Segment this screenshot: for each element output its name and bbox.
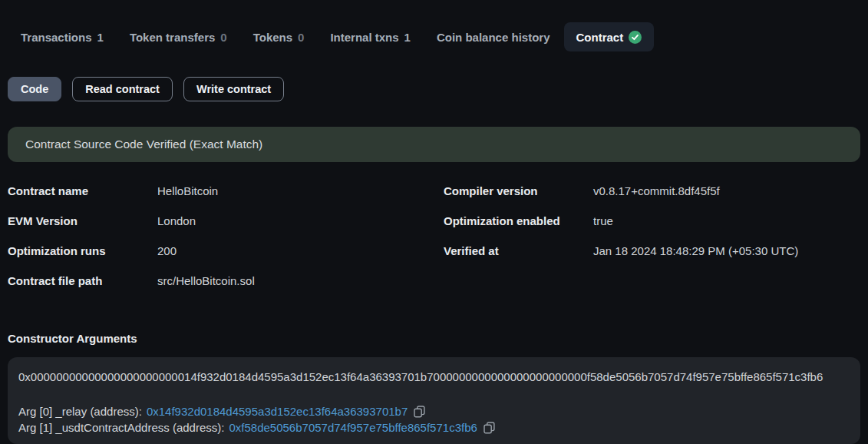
raw-constructor-args: 0x00000000000000000000000014f932d0184d45… bbox=[18, 370, 850, 384]
info-row-contract-name: Contract name HelloBitcoin bbox=[8, 184, 444, 199]
contract-info-grid: Contract name HelloBitcoin EVM Version L… bbox=[8, 184, 860, 303]
code-button[interactable]: Code bbox=[8, 77, 61, 101]
info-row-contract-file-path: Contract file path src/HelloBitcoin.sol bbox=[8, 273, 444, 289]
constructor-arg-row: Arg [0] _relay (address): 0x14f932d0184d… bbox=[18, 405, 850, 418]
tab-tokens[interactable]: Tokens 0 bbox=[241, 22, 317, 51]
info-row-evm-version: EVM Version London bbox=[8, 214, 444, 229]
info-row-optimization-runs: Optimization runs 200 bbox=[8, 244, 444, 259]
info-row-verified-at: Verified at Jan 18 2024 18:48:29 PM (+05… bbox=[444, 244, 860, 259]
tab-label: Token transfers bbox=[130, 31, 215, 44]
read-contract-button[interactable]: Read contract bbox=[72, 77, 173, 101]
copy-icon[interactable] bbox=[484, 422, 495, 434]
info-value: 200 bbox=[157, 244, 177, 259]
info-value: true bbox=[593, 214, 613, 229]
constructor-arg-row: Arg [1] _usdtContractAddress (address): … bbox=[18, 421, 850, 434]
tab-count: 1 bbox=[97, 31, 104, 44]
info-value: src/HelloBitcoin.sol bbox=[157, 273, 255, 289]
tab-coin-balance-history[interactable]: Coin balance history bbox=[424, 22, 563, 51]
write-contract-button[interactable]: Write contract bbox=[183, 77, 284, 101]
tab-count: 0 bbox=[220, 31, 226, 44]
info-value: HelloBitcoin bbox=[157, 184, 218, 199]
verified-check-icon bbox=[629, 31, 642, 44]
tab-count: 1 bbox=[404, 31, 411, 44]
tab-count: 0 bbox=[298, 31, 304, 44]
info-value: London bbox=[157, 214, 196, 229]
tab-label: Internal txns bbox=[330, 31, 398, 44]
info-label: Optimization enabled bbox=[444, 214, 593, 229]
usdt-contract-address-link[interactable]: 0xf58de5056b7057d74f957e75bffe865f571c3f… bbox=[229, 421, 477, 434]
contract-subtabs: Code Read contract Write contract bbox=[8, 77, 860, 101]
info-right-column: Compiler version v0.8.17+commit.8df45f5f… bbox=[444, 184, 860, 303]
tab-bar: Transactions 1 Token transfers 0 Tokens … bbox=[0, 0, 868, 51]
tab-internal-txns[interactable]: Internal txns 1 bbox=[318, 22, 423, 51]
tab-transactions[interactable]: Transactions 1 bbox=[8, 22, 116, 51]
info-value: v0.8.17+commit.8df45f5f bbox=[593, 184, 720, 199]
copy-icon[interactable] bbox=[414, 406, 425, 418]
info-left-column: Contract name HelloBitcoin EVM Version L… bbox=[8, 184, 444, 303]
tab-label: Coin balance history bbox=[437, 31, 550, 44]
arg-label: Arg [0] _relay (address): bbox=[18, 405, 142, 418]
tab-label: Contract bbox=[576, 31, 624, 44]
info-label: Compiler version bbox=[444, 184, 593, 199]
info-label: Optimization runs bbox=[8, 244, 157, 259]
arg-label: Arg [1] _usdtContractAddress (address): bbox=[18, 421, 224, 434]
verified-banner-text: Contract Source Code Verified (Exact Mat… bbox=[25, 138, 262, 151]
info-label: Contract file path bbox=[8, 273, 157, 289]
info-value: Jan 18 2024 18:48:29 PM (+05:30 UTC) bbox=[593, 244, 798, 259]
constructor-arguments-box: 0x00000000000000000000000014f932d0184d45… bbox=[8, 357, 860, 444]
info-label: Contract name bbox=[8, 184, 157, 199]
tab-label: Tokens bbox=[253, 31, 292, 44]
info-label: EVM Version bbox=[8, 214, 157, 229]
info-row-compiler-version: Compiler version v0.8.17+commit.8df45f5f bbox=[444, 184, 860, 199]
tab-label: Transactions bbox=[21, 31, 92, 44]
relay-address-link[interactable]: 0x14f932d0184d4595a3d152ec13f64a36393701… bbox=[147, 405, 408, 418]
tab-token-transfers[interactable]: Token transfers 0 bbox=[117, 22, 239, 51]
tab-contract[interactable]: Contract bbox=[564, 22, 655, 51]
info-row-optimization-enabled: Optimization enabled true bbox=[444, 214, 860, 229]
verified-banner: Contract Source Code Verified (Exact Mat… bbox=[8, 127, 860, 162]
info-label: Verified at bbox=[444, 244, 593, 259]
constructor-arguments-title: Constructor Arguments bbox=[8, 332, 860, 346]
